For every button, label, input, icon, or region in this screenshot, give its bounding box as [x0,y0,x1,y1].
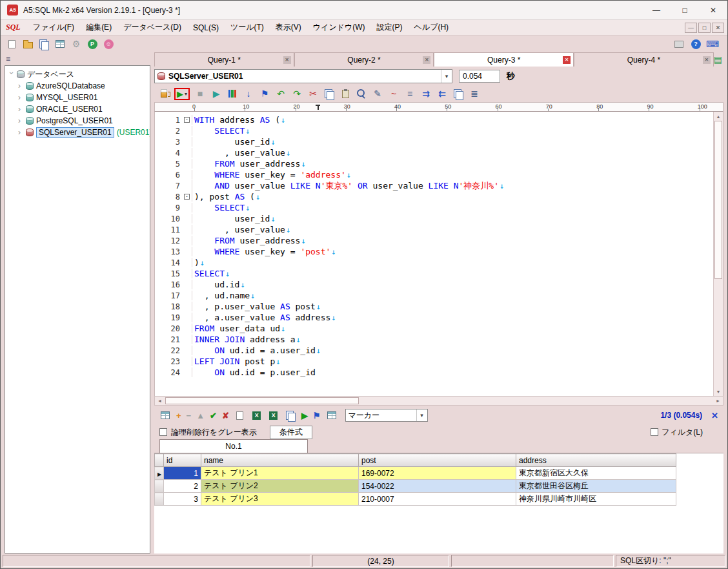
cut-icon[interactable]: ✂ [307,88,319,99]
fold-toggle-icon[interactable]: - [182,194,192,200]
chevron-right-icon[interactable]: › [18,93,23,102]
tree-root-databases[interactable]: › データベース [6,68,148,80]
gray-deleted-checkbox[interactable] [159,428,167,436]
menu-file[interactable]: ファイル(F) [27,20,80,35]
paste-icon[interactable] [339,88,351,99]
query-list-icon[interactable]: ▤ [714,54,722,65]
community-icon[interactable]: ☺ [103,38,114,50]
sidebar-item-oracle-user01[interactable]: › ORACLE_USER01 [6,103,148,115]
copy-window-icon[interactable] [38,38,50,50]
scroll-left-icon[interactable]: ◄ [155,397,165,405]
cell-id[interactable]: 1 [164,467,201,480]
editor-line[interactable]: 7 AND user_value LIKE N'東京%' OR user_val… [155,180,713,191]
chevron-right-icon[interactable]: › [18,128,23,137]
chevron-right-icon[interactable]: › [18,116,23,125]
editor-line[interactable]: 1-WITH address AS (↓ [155,114,713,125]
help-icon[interactable]: ? [690,38,702,50]
excel-export-icon[interactable]: X [251,409,263,421]
editor-line[interactable]: 6 WHERE user_key = 'address'↓ [155,169,713,180]
stop-icon[interactable]: ■ [194,88,206,99]
settings-gear-icon[interactable]: ⚙ [70,38,82,50]
editor-line[interactable]: 24 ON ud.id = p.user_id [155,367,713,378]
sidebar-item-postgresql-user01[interactable]: › PostgreSQL_USER01 [6,115,148,127]
editor-line[interactable]: 3 user_id↓ [155,136,713,147]
grid-view-icon[interactable] [326,409,338,421]
tab-query-4[interactable]: Query-4 * ✕ [574,52,714,67]
cell-post[interactable]: 154-0022 [359,480,516,493]
col-header-post[interactable]: post [359,454,516,467]
editor-line[interactable]: 5 FROM user_address↓ [155,158,713,169]
editor-line[interactable]: 20FROM user_data ud↓ [155,323,713,334]
run-selection-icon[interactable]: ▶ [210,88,222,99]
editor-line[interactable]: 22 ON ud.id = a.user_id↓ [155,345,713,356]
cell-address[interactable]: 神奈川県川崎市川崎区 [516,493,676,506]
move-up-icon[interactable]: ▲ [196,411,205,420]
refresh-grid-icon[interactable] [159,409,171,421]
chevron-down-icon[interactable]: › [7,72,16,77]
col-header-address[interactable]: address [516,454,676,467]
row-marker-cell[interactable] [155,493,164,506]
download-result-icon[interactable]: ↓ [243,88,254,99]
chevron-down-icon[interactable]: ▾ [416,409,427,421]
excel-open-icon[interactable]: X [268,409,279,421]
chevron-right-icon[interactable]: › [18,81,23,90]
plugin-icon[interactable]: P [86,38,98,50]
vertical-scrollbar[interactable]: ▲ ▼ [713,112,723,396]
keyboard-icon[interactable]: ⌨ [707,38,718,50]
indent-icon[interactable]: ⇉ [420,88,432,99]
cancel-icon[interactable]: ✘ [222,411,229,420]
editor-line[interactable]: 8-), post AS (↓ [155,191,713,202]
fold-toggle-icon[interactable]: - [182,117,192,123]
condition-button[interactable]: 条件式 [270,426,312,439]
delete-row-icon[interactable]: − [187,411,192,420]
minimize-button[interactable]: — [642,1,671,19]
menu-tools[interactable]: ツール(T) [225,20,270,35]
redo-icon[interactable]: ↷ [291,88,303,99]
replace-icon[interactable]: ✎ [372,88,383,99]
filter-checkbox[interactable] [651,428,658,436]
cell-address[interactable]: 東京都新宿区大久保 [516,467,676,480]
cell-name[interactable]: テスト プリン2 [201,480,359,493]
cell-name[interactable]: テスト プリン3 [201,493,359,506]
scroll-right-icon[interactable]: ► [713,397,723,405]
menu-edit[interactable]: 編集(E) [80,20,117,35]
row-marker-cell[interactable]: ▶ [155,467,164,480]
menu-sql[interactable]: SQL(S) [187,21,225,34]
marker-input[interactable] [346,411,416,420]
editor-line[interactable]: 10 user_id↓ [155,213,713,224]
copy-result-icon[interactable] [285,409,296,421]
tab-query-3[interactable]: Query-3 * ✕ [434,52,574,67]
export-icon[interactable] [234,409,246,421]
flag-icon[interactable]: ⚑ [259,88,270,99]
explain-plan-icon[interactable] [227,88,238,99]
new-query-icon[interactable] [6,38,17,50]
col-header-name[interactable]: name [201,454,359,467]
tab-close-icon[interactable]: ✕ [563,56,571,64]
horizontal-scrollbar[interactable]: ◄ ► [154,396,723,406]
close-result-icon[interactable]: ✕ [711,411,718,420]
table-list-icon[interactable] [54,38,66,50]
close-button[interactable]: ✕ [699,1,727,19]
tab-query-2[interactable]: Query-2 * ✕ [294,52,434,67]
rerun-icon[interactable]: ▶ [301,411,308,420]
tab-close-icon[interactable]: ✕ [703,56,711,64]
cell-post[interactable]: 169-0072 [359,467,516,480]
tree-pane-icon[interactable]: ≡ [6,54,10,63]
mdi-restore-button[interactable]: □ [698,23,711,33]
result-tab-no1[interactable]: No.1 [159,439,308,453]
vertical-scroll-thumb[interactable] [714,121,722,279]
menu-view[interactable]: 表示(V) [270,20,307,35]
marker-flag-icon[interactable]: ⚑ [313,411,321,420]
insert-row-icon[interactable]: + [176,411,181,420]
outdent-icon[interactable]: ⇇ [436,88,448,99]
editor-line[interactable]: 2 SELECT↓ [155,125,713,136]
chevron-down-icon[interactable]: ▾ [441,70,452,83]
cell-id[interactable]: 2 [164,480,201,493]
editor-line[interactable]: 18 , p.user_value AS post↓ [155,301,713,312]
cell-post[interactable]: 210-0007 [359,493,516,506]
sidebar-item-sqlserver-user01[interactable]: › SQLServer_USER01 (USER01) [6,127,148,138]
menu-settings[interactable]: 設定(P) [371,20,409,35]
row-marker-cell[interactable] [155,480,164,493]
menu-database[interactable]: データベース(D) [117,20,187,35]
editor-line[interactable]: 12 FROM user_address↓ [155,235,713,246]
